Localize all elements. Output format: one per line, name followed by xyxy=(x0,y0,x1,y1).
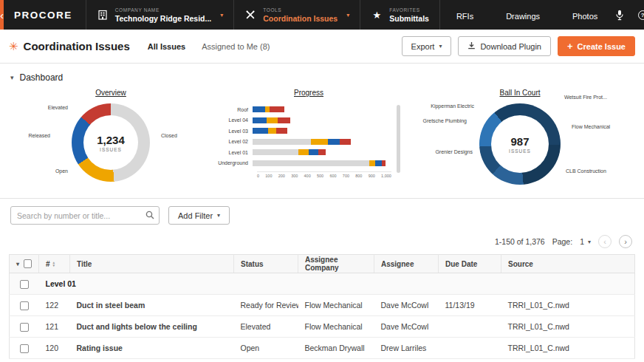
add-filter-button[interactable]: Add Filter ▾ xyxy=(168,206,230,225)
chevron-down-icon: ▾ xyxy=(10,74,14,81)
axis-tick-label: 300 xyxy=(291,174,298,178)
cell-title[interactable]: Duct in steel beam xyxy=(70,295,234,316)
stacked-bar xyxy=(253,106,391,112)
bar-segment xyxy=(253,128,268,134)
microphone-icon[interactable] xyxy=(614,9,626,21)
bulk-select-caret-icon[interactable]: ▾ xyxy=(16,261,19,267)
chevron-down-icon: ▾ xyxy=(439,43,442,49)
progress-scrollbar[interactable] xyxy=(397,105,400,173)
download-plugin-button[interactable]: Download Plugin xyxy=(458,36,551,56)
group-row-level-01[interactable]: Level 01 xyxy=(10,273,635,295)
col-assignee[interactable]: Assignee xyxy=(374,255,439,273)
search-input[interactable] xyxy=(10,206,160,225)
col-due-date[interactable]: Due Date xyxy=(439,255,501,273)
results-range: 1-150 of 1,376 xyxy=(495,237,545,246)
tab-all-issues[interactable]: All Issues xyxy=(142,38,191,55)
cell-due-date xyxy=(439,338,501,359)
page-header: ✳ Coordination Issues All Issues Assigne… xyxy=(0,30,644,64)
donut-slice-label: Kipperman Electric xyxy=(406,103,474,109)
sort-icon[interactable]: ▴▾ xyxy=(53,261,55,267)
row-checkbox[interactable] xyxy=(20,323,29,332)
dashboard-title: Dashboard xyxy=(20,72,64,83)
col-status[interactable]: Status xyxy=(234,255,298,273)
tools-picker[interactable]: TOOLS Coordination Issues ▾ xyxy=(233,0,360,30)
download-label: Download Plugin xyxy=(480,42,541,51)
stacked-bar xyxy=(253,117,391,123)
favorites-item-submittals[interactable]: ★ FAVORITES Submittals xyxy=(360,0,439,30)
cell-company: Beckman Drywall xyxy=(298,338,374,359)
col-title[interactable]: Title xyxy=(70,255,234,273)
donut-slice-label: Released xyxy=(7,133,50,138)
nav-item-photos[interactable]: Photos xyxy=(556,3,614,27)
bar-segment xyxy=(253,117,267,123)
cell-source: TRRI_L01_C.nwd xyxy=(501,338,635,359)
help-icon[interactable]: ? xyxy=(637,9,644,21)
prev-page-button[interactable]: ‹ xyxy=(598,235,612,248)
cell-status: Open xyxy=(234,338,298,359)
export-button[interactable]: Export ▾ xyxy=(402,36,452,56)
donut-slice-label: Closed xyxy=(161,133,177,138)
dashboard-charts: Overview 1,234 ISSUES ClosedOpenReleased… xyxy=(0,84,644,197)
overview-donut-ring: 1,234 ISSUES xyxy=(72,103,150,182)
cell-status: Ready for Review xyxy=(234,295,298,316)
chevron-down-icon: ▾ xyxy=(588,239,591,245)
stacked-bar xyxy=(253,139,391,145)
search-icon[interactable] xyxy=(145,211,154,221)
header-actions: Export ▾ Download Plugin + Create Issue xyxy=(402,36,635,56)
bar-segment xyxy=(267,117,278,123)
table-row[interactable]: 120 Rating issue Open Beckman Drywall Dr… xyxy=(10,338,635,359)
donut-center: 1,234 ISSUES xyxy=(83,115,138,170)
ball-in-court-chart: Ball In Court 987 ISSUES Wetsuit Fire Pr… xyxy=(403,86,637,197)
bar-segment xyxy=(375,160,381,166)
donut-slice-label: Elevated xyxy=(18,105,68,110)
group-label: Level 01 xyxy=(39,273,635,295)
donut-center: 987 ISSUES xyxy=(491,115,549,173)
crossed-tools-icon xyxy=(244,9,256,21)
company-label: COMPANY NAME xyxy=(115,7,212,13)
bar-segment xyxy=(311,139,328,145)
nav-item-rfis[interactable]: RFIs xyxy=(440,3,490,27)
col-source[interactable]: Source xyxy=(501,255,635,273)
col-number[interactable]: # xyxy=(46,260,50,268)
bar-segment xyxy=(328,139,340,145)
row-checkbox[interactable] xyxy=(20,344,29,353)
coordination-issues-icon: ✳ xyxy=(9,40,18,53)
donut-slice-label: Wetsuit Fire Prot... xyxy=(564,95,607,100)
chevron-down-icon: ▾ xyxy=(217,212,220,219)
topbar-nav: RFIs Drawings Photos xyxy=(439,0,614,30)
table-row[interactable]: 121 Duct and lights below the ceiling El… xyxy=(10,316,635,338)
company-picker[interactable]: COMPANY NAME Technology Ridge Resid... ▾ xyxy=(86,0,234,30)
bar-segment xyxy=(318,149,325,155)
create-issue-button[interactable]: + Create Issue xyxy=(558,36,635,56)
cell-title[interactable]: Duct and lights below the ceiling xyxy=(70,316,234,338)
bar-category-label: Level 03 xyxy=(214,129,253,134)
group-checkbox[interactable] xyxy=(20,280,29,289)
bar-segment xyxy=(253,149,298,155)
pagination: 1-150 of 1,376 Page: 1 ▾ ‹ › xyxy=(0,232,644,254)
table-row[interactable]: 122 Duct in steel beam Ready for Review … xyxy=(10,295,635,316)
procore-logo[interactable]: PROCORE xyxy=(4,0,86,30)
next-page-button[interactable]: › xyxy=(619,235,632,248)
bar-segment xyxy=(382,160,386,166)
select-all-checkbox[interactable] xyxy=(24,259,32,268)
nav-item-drawings[interactable]: Drawings xyxy=(490,3,556,27)
cell-number: 120 xyxy=(39,338,70,359)
bar-segment xyxy=(278,117,290,123)
donut-slice-label: Grenier Designs xyxy=(411,149,473,154)
dashboard-toggle[interactable]: ▾ Dashboard xyxy=(0,64,644,84)
donut-slice-label: Gretsche Plumbing xyxy=(403,118,467,123)
tab-assigned-to-me[interactable]: Assigned to Me (8) xyxy=(196,38,275,55)
donut-total-label: ISSUES xyxy=(100,147,122,152)
page-select[interactable]: 1 ▾ xyxy=(580,237,591,246)
donut-slice-label: Flow Mechanical xyxy=(572,124,610,129)
donut-total-label: ISSUES xyxy=(509,148,531,154)
cell-title[interactable]: Rating issue xyxy=(70,338,234,359)
col-assignee-company[interactable]: Assignee Company xyxy=(298,255,374,273)
overview-chart: Overview 1,234 ISSUES ClosedOpenReleased… xyxy=(7,86,214,197)
table-header-row: ▾ #▴▾ Title Status Assignee Company Assi… xyxy=(10,255,635,273)
export-label: Export xyxy=(411,42,435,51)
bar-segment xyxy=(268,128,276,134)
cell-company: Flow Mechanical xyxy=(298,316,374,338)
cell-status: Elevated xyxy=(234,316,298,338)
row-checkbox[interactable] xyxy=(20,301,29,310)
